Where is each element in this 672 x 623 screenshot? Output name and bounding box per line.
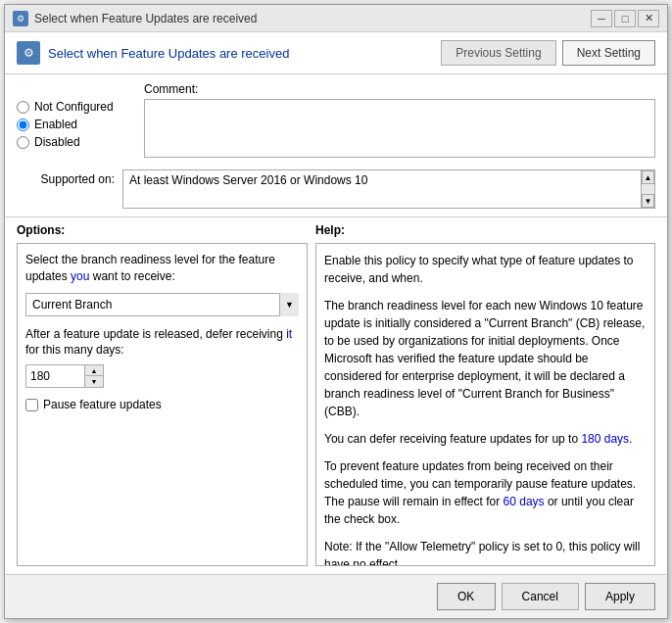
help-highlight-60: 60 days [504,495,545,508]
maximize-button[interactable]: □ [614,10,636,27]
supported-label: Supported on: [17,169,115,186]
supported-scroll-down[interactable]: ▼ [642,194,654,208]
spinner-buttons: ▲ ▼ [84,364,104,388]
comment-area: Comment: [144,82,655,158]
not-configured-radio[interactable] [17,101,29,114]
help-highlight-180: 180 days [581,432,629,446]
supported-row: Supported on: At least Windows Server 20… [5,166,667,217]
not-configured-option[interactable]: Not Configured [17,100,144,114]
footer: OK Cancel Apply [5,574,667,618]
main-window: ⚙ Select when Feature Updates are receiv… [4,4,668,619]
prev-setting-button[interactable]: Previous Setting [441,40,555,66]
cancel-button[interactable]: Cancel [502,583,579,610]
pause-label: Pause feature updates [43,398,162,411]
enabled-radio[interactable] [17,119,29,131]
title-bar-left: ⚙ Select when Feature Updates are receiv… [13,11,257,26]
spinner-down-button[interactable]: ▼ [85,376,103,387]
pause-checkbox[interactable] [25,399,38,411]
enabled-label: Enabled [34,118,77,131]
disabled-option[interactable]: Disabled [17,135,144,149]
window-icon: ⚙ [13,11,28,26]
branch-dropdown-wrapper: Current Branch Current Branch for Busine… [25,293,299,316]
help-para-2: The branch readiness level for each new … [324,297,647,420]
not-configured-label: Not Configured [34,100,114,114]
close-button[interactable]: ✕ [638,10,659,27]
header-title-row: ⚙ Select when Feature Updates are receiv… [17,41,289,65]
pause-checkbox-label[interactable]: Pause feature updates [25,398,299,411]
ok-button[interactable]: OK [437,583,496,610]
header-icon: ⚙ [17,41,40,65]
radio-group: Not Configured Enabled Disabled [17,82,144,158]
spinner-up-button[interactable]: ▲ [85,365,103,376]
options-panel: Select the branch readiness level for th… [17,243,308,566]
help-label: Help: [315,223,655,237]
header-section: ⚙ Select when Feature Updates are receiv… [5,32,667,74]
header-title: Select when Feature Updates are received [48,46,289,61]
content-area: Not Configured Enabled Disabled Comment:… [5,74,667,574]
window-title: Select when Feature Updates are received [34,12,257,25]
defer-label: After a feature update is released, defe… [25,326,299,359]
apply-button[interactable]: Apply [585,583,655,610]
options-help-content: Select the branch readiness level for th… [5,239,667,574]
title-bar: ⚙ Select when Feature Updates are receiv… [5,5,667,32]
defer-input[interactable] [25,364,84,388]
help-para-3: You can defer receiving feature updates … [324,430,647,448]
next-setting-button[interactable]: Next Setting [562,40,655,66]
options-description: Select the branch readiness level for th… [25,252,299,285]
header-buttons: Previous Setting Next Setting [441,40,655,66]
disabled-label: Disabled [34,135,80,149]
radio-comment-row: Not Configured Enabled Disabled Comment: [5,74,667,166]
options-label: Options: [17,223,315,237]
branch-dropdown[interactable]: Current Branch Current Branch for Busine… [25,293,299,316]
help-para-1: Enable this policy to specify what type … [324,252,647,287]
minimize-button[interactable]: ─ [591,10,612,27]
help-para-4: To prevent feature updates from being re… [324,457,647,528]
supported-scrollbar: ▲ ▼ [641,170,654,208]
enabled-option[interactable]: Enabled [17,118,144,131]
help-para-5: Note: If the "Allow Telemetry" policy is… [324,538,647,566]
supported-value: At least Windows Server 2016 or Windows … [129,173,367,187]
comment-label: Comment: [144,82,655,96]
supported-scroll-up[interactable]: ▲ [642,170,654,184]
title-buttons: ─ □ ✕ [591,10,659,27]
supported-value-box: At least Windows Server 2016 or Windows … [122,169,655,209]
options-help-labels: Options: Help: [5,217,667,239]
help-panel: Enable this policy to specify what type … [315,243,655,566]
disabled-radio[interactable] [17,136,29,149]
comment-textarea[interactable] [144,99,655,158]
defer-spinner: ▲ ▼ [25,364,104,388]
